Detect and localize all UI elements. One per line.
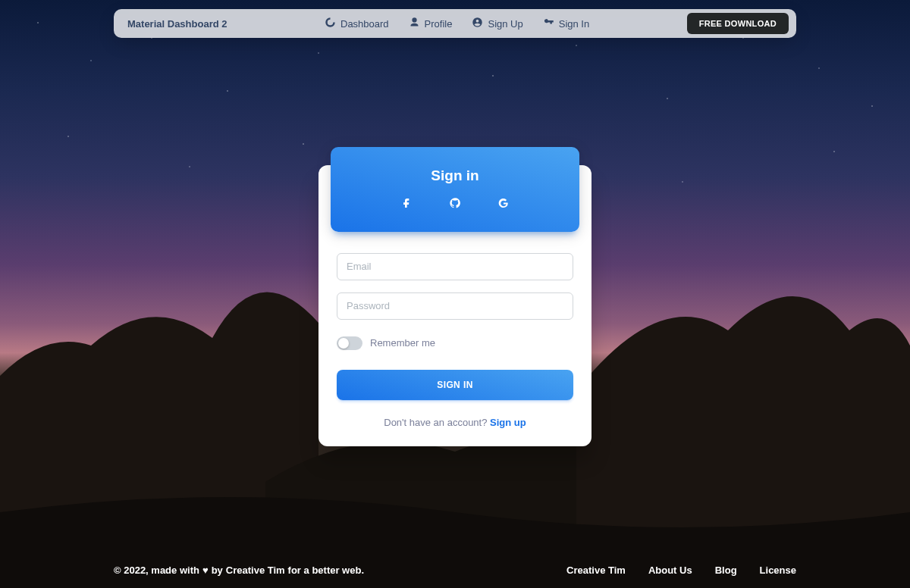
nav-link-label: Sign Up [488, 18, 522, 30]
nav-link-label: Dashboard [340, 18, 389, 30]
signin-card-body: Remember me SIGN IN Don't have an accoun… [318, 232, 592, 428]
footer-author[interactable]: Creative Tim [226, 565, 285, 576]
github-login-button[interactable] [448, 198, 462, 211]
navbar: Material Dashboard 2 Dashboard Profile S… [114, 9, 796, 38]
brand-title[interactable]: Material Dashboard 2 [127, 18, 228, 30]
footer-copyright: © 2022, made with ♥ by Creative Tim for … [114, 565, 364, 576]
footer-link-license[interactable]: License [760, 565, 796, 576]
footer-link-creative-tim[interactable]: Creative Tim [566, 565, 626, 576]
nav-link-label: Sign In [559, 18, 589, 30]
footer: © 2022, made with ♥ by Creative Tim for … [0, 565, 910, 576]
social-row [400, 198, 510, 211]
password-input[interactable] [337, 292, 573, 320]
copyright-mid: by [212, 565, 223, 576]
footer-link-about[interactable]: About Us [648, 565, 692, 576]
remember-me-row: Remember me [337, 336, 573, 350]
google-icon [497, 197, 510, 212]
heart-icon: ♥ [202, 565, 209, 576]
signin-card-header: Sign in [331, 147, 579, 232]
nav-link-signin[interactable]: Sign In [543, 17, 589, 30]
footer-link-blog[interactable]: Blog [715, 565, 737, 576]
signup-prompt-text: Don't have an account? [384, 417, 490, 428]
nav-links: Dashboard Profile Sign Up Sign In [325, 17, 589, 30]
signin-title: Sign in [431, 167, 479, 184]
nav-link-dashboard[interactable]: Dashboard [325, 17, 389, 30]
footer-links: Creative Tim About Us Blog License [566, 565, 796, 576]
google-login-button[interactable] [497, 198, 510, 211]
copyright-prefix: © 2022, made with [114, 565, 199, 576]
donut-icon [325, 17, 336, 30]
signup-prompt-row: Don't have an account? Sign up [337, 417, 573, 428]
nav-link-label: Profile [425, 18, 453, 30]
signin-submit-button[interactable]: SIGN IN [337, 370, 573, 400]
remember-me-label: Remember me [370, 337, 435, 349]
github-icon [449, 197, 461, 212]
copyright-suffix: for a better web. [288, 565, 364, 576]
email-input[interactable] [337, 253, 573, 280]
nav-link-signup[interactable]: Sign Up [472, 17, 522, 30]
account-circle-icon [472, 17, 483, 30]
nav-link-profile[interactable]: Profile [409, 17, 453, 30]
facebook-icon [400, 197, 413, 212]
free-download-button[interactable]: FREE DOWNLOAD [687, 13, 789, 34]
signup-link[interactable]: Sign up [490, 417, 526, 428]
key-icon [543, 17, 554, 30]
remember-me-toggle[interactable] [337, 336, 362, 350]
facebook-login-button[interactable] [400, 198, 413, 211]
person-icon [409, 17, 420, 30]
signin-card: Sign in [318, 165, 592, 446]
